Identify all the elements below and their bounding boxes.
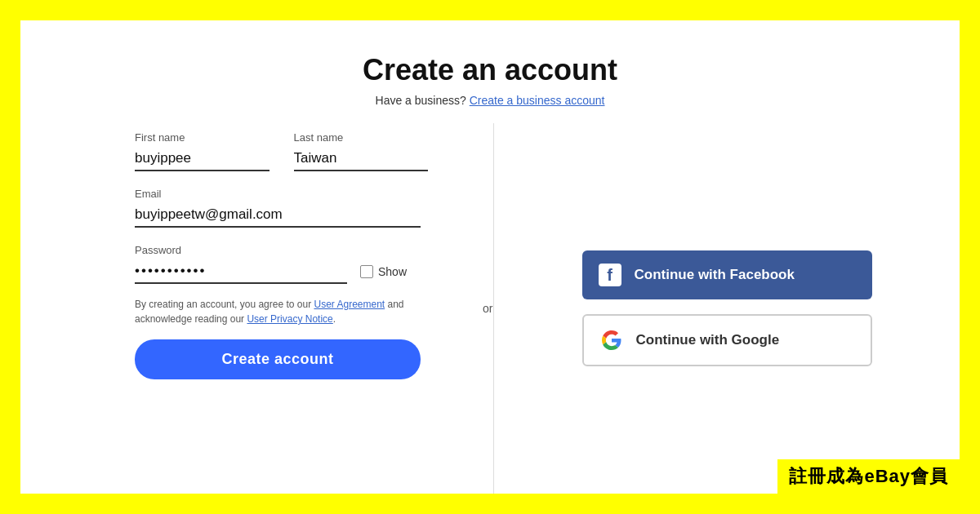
- create-account-button[interactable]: Create account: [135, 339, 421, 379]
- first-name-label: First name: [135, 131, 270, 144]
- or-divider: or: [483, 299, 492, 318]
- password-group: Password Show: [135, 244, 428, 284]
- right-panel: or f Continue with Facebook Continue wit…: [494, 123, 960, 494]
- email-group: Email: [135, 188, 428, 228]
- show-label: Show: [378, 265, 407, 278]
- main-container: Create an account Have a business? Creat…: [16, 16, 964, 498]
- show-row: Show: [360, 265, 407, 278]
- business-account-link[interactable]: Create a business account: [470, 94, 605, 107]
- email-input[interactable]: [135, 203, 421, 228]
- first-name-input[interactable]: [135, 147, 270, 171]
- facebook-login-button[interactable]: f Continue with Facebook: [582, 250, 872, 299]
- facebook-icon: f: [599, 264, 621, 286]
- show-password-checkbox[interactable]: [360, 265, 373, 278]
- left-panel: First name Last name Email Password: [20, 123, 494, 494]
- last-name-label: Last name: [294, 131, 429, 144]
- google-login-button[interactable]: Continue with Google: [582, 314, 872, 366]
- first-name-group: First name: [135, 131, 270, 171]
- subtitle-text: Have a business?: [376, 94, 466, 107]
- page-header: Create an account Have a business? Creat…: [363, 53, 617, 107]
- name-row: First name Last name: [135, 131, 428, 171]
- page-title: Create an account: [363, 53, 617, 87]
- password-input[interactable]: [135, 259, 347, 284]
- agreement-end: .: [333, 313, 336, 325]
- facebook-button-label: Continue with Facebook: [635, 267, 795, 283]
- password-label: Password: [135, 244, 428, 256]
- watermark: 註冊成為eBay會員: [777, 459, 960, 494]
- google-button-label: Continue with Google: [636, 332, 780, 348]
- agreement-prefix: By creating an account, you agree to our: [135, 299, 314, 310]
- main-content: First name Last name Email Password: [20, 123, 960, 494]
- subtitle: Have a business? Create a business accou…: [363, 94, 617, 107]
- email-label: Email: [135, 188, 428, 200]
- user-agreement-link[interactable]: User Agreement: [314, 299, 385, 310]
- agreement-text: By creating an account, you agree to our…: [135, 297, 421, 326]
- password-row: Show: [135, 259, 428, 284]
- google-icon: [600, 329, 623, 352]
- last-name-input[interactable]: [294, 147, 429, 171]
- privacy-notice-link[interactable]: User Privacy Notice: [247, 313, 332, 325]
- last-name-group: Last name: [294, 131, 429, 171]
